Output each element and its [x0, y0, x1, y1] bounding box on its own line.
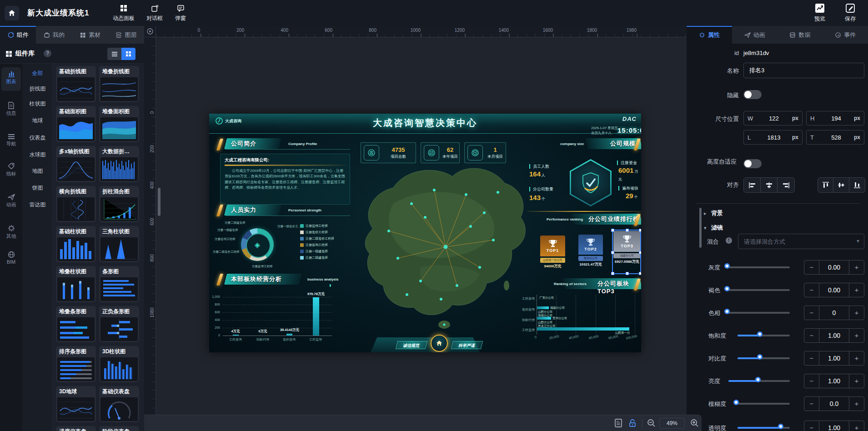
align-middle-button[interactable] [833, 178, 849, 192]
decrement-button[interactable]: − [804, 374, 819, 388]
category-globe[interactable]: 地球 [22, 117, 53, 125]
resize-handle-se[interactable] [639, 272, 641, 275]
component-card[interactable]: 三角柱状图 [99, 226, 139, 262]
category-map[interactable]: 地图 [22, 167, 53, 175]
sepia-slider[interactable] [728, 289, 790, 291]
component-card[interactable]: 3D柱状图 [99, 346, 139, 382]
category-pie[interactable]: 饼图 [22, 184, 53, 192]
component-card[interactable]: 阶段仪表盘 [99, 426, 139, 431]
popup-button[interactable]: 弹窗 [165, 3, 196, 22]
resize-handle-sw[interactable] [611, 272, 614, 275]
top2-card[interactable]: TOP2 贵州分公司 10321.47万元 [578, 235, 603, 267]
left-field[interactable]: L1813px [743, 130, 803, 145]
list-view-button[interactable] [107, 48, 121, 60]
category-radar[interactable]: 雷达图 [22, 201, 53, 209]
width-field[interactable]: W122px [743, 111, 803, 125]
category-gauge[interactable]: 仪表盘 [22, 134, 53, 142]
rail-item-bim[interactable]: BIM [0, 251, 22, 265]
component-card[interactable]: 堆叠柱状图 [56, 266, 96, 302]
selection-box[interactable] [612, 230, 641, 274]
increment-button[interactable]: + [849, 397, 864, 411]
align-right-button[interactable] [778, 178, 794, 192]
decrement-button[interactable]: − [804, 306, 819, 320]
increment-button[interactable]: + [849, 306, 864, 320]
hide-toggle[interactable] [743, 90, 762, 99]
preview-button[interactable]: 预览 [807, 3, 833, 23]
decrement-button[interactable]: − [804, 329, 819, 342]
increment-button[interactable]: + [849, 374, 864, 388]
decrement-button[interactable]: − [804, 421, 819, 431]
decrement-button[interactable]: − [804, 397, 819, 411]
help-icon[interactable]: ? [44, 50, 51, 57]
rail-item-indicators[interactable]: 指标 [0, 163, 22, 177]
resize-handle-e[interactable] [639, 251, 641, 254]
component-card[interactable]: 进度仪表盘 [56, 426, 96, 431]
component-card[interactable]: 多x轴折线图 [56, 146, 96, 182]
canvas-scrollbar-left[interactable] [158, 188, 161, 216]
top-field[interactable]: T528px [806, 130, 864, 145]
resize-handle-s[interactable] [626, 272, 629, 275]
rail-item-charts[interactable]: 图表 [0, 70, 22, 85]
decrement-button[interactable]: − [804, 351, 819, 365]
component-card[interactable]: 折柱混合图 [99, 186, 139, 222]
category-line[interactable]: 折线图 [22, 85, 53, 93]
saturation-slider[interactable] [738, 335, 790, 336]
zoom-in-icon[interactable] [690, 419, 699, 427]
save-button[interactable]: 保存 [838, 3, 863, 23]
blend-mode-select[interactable]: 请选择混合方式 ▾ [738, 234, 864, 249]
component-card[interactable]: 基础折线图 [56, 66, 96, 102]
panel-scrollbar[interactable] [699, 208, 702, 248]
component-card[interactable]: 堆叠条形图 [56, 306, 96, 342]
category-liquid[interactable]: 水球图 [22, 151, 53, 159]
hue-slider[interactable] [728, 312, 790, 314]
tab-data[interactable]: 数据 [778, 26, 823, 44]
dynamic-panel-button[interactable]: 动态面板 [108, 3, 140, 22]
component-card[interactable]: 3D地球 [56, 386, 96, 422]
align-left-button[interactable] [744, 178, 761, 192]
tab-animation[interactable]: 动画 [732, 26, 778, 44]
rail-item-info[interactable]: 信息 [0, 102, 22, 117]
tab-mine[interactable]: 我的 [36, 26, 72, 44]
increment-button[interactable]: + [849, 283, 864, 297]
component-card[interactable]: 基础面积图 [56, 106, 96, 142]
autoheight-toggle[interactable] [743, 159, 762, 168]
resize-handle-w[interactable] [611, 251, 614, 254]
blur-slider[interactable] [738, 403, 790, 405]
tab-events[interactable]: 事件 [823, 26, 868, 44]
resize-handle-nw[interactable] [611, 229, 614, 232]
resize-handle-n[interactable] [626, 229, 629, 232]
opacity-slider[interactable] [738, 427, 790, 429]
rail-item-navigation[interactable]: 导航 [0, 134, 22, 147]
rail-item-other[interactable]: 其他 [0, 225, 22, 240]
zoom-out-icon[interactable] [647, 419, 656, 427]
category-all[interactable]: 全部 [22, 70, 53, 77]
increment-button[interactable]: + [849, 261, 864, 274]
ruler-corner[interactable] [144, 26, 156, 37]
increment-button[interactable]: + [849, 351, 864, 365]
component-card[interactable]: 堆叠面积图 [99, 106, 139, 142]
align-top-button[interactable] [818, 178, 833, 192]
decrement-button[interactable]: − [804, 261, 819, 274]
grid-view-button[interactable] [121, 48, 135, 60]
increment-button[interactable]: + [849, 421, 864, 431]
component-card[interactable]: 横向折线图 [56, 186, 96, 222]
name-input[interactable]: 排名3 [743, 63, 864, 78]
component-card[interactable]: 条形图 [99, 266, 139, 302]
tab-assets[interactable]: 素材 [72, 26, 108, 44]
tab-layers[interactable]: 图层 [108, 26, 144, 44]
height-field[interactable]: H194px [806, 111, 864, 125]
tab-components[interactable]: 组件 [0, 26, 36, 44]
background-section[interactable]: ▸背景 [704, 209, 723, 217]
component-card[interactable]: 排序条形图 [56, 346, 96, 382]
top1-card[interactable]: TOP1 山西第一分公司 94000万元 [540, 236, 565, 269]
unlock-icon[interactable] [628, 419, 637, 427]
grayscale-slider[interactable] [728, 266, 790, 268]
component-card[interactable]: 正负条形图 [99, 306, 139, 342]
align-bottom-button[interactable] [849, 178, 865, 192]
rail-item-animation[interactable]: 动画 [0, 194, 22, 208]
increment-button[interactable]: + [849, 329, 864, 342]
home-button[interactable] [5, 6, 19, 20]
align-center-h-button[interactable] [761, 178, 778, 192]
component-card[interactable]: 大数据折… [99, 146, 139, 182]
zoom-level[interactable]: 49% [659, 418, 685, 429]
